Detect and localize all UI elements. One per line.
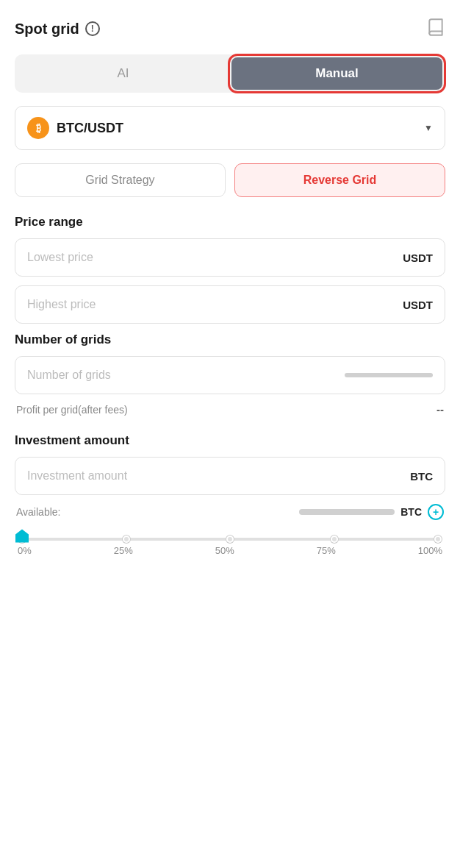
highest-price-input[interactable] [27, 298, 403, 311]
pct-label-50: 50% [215, 545, 234, 556]
pct-handle[interactable] [14, 527, 30, 547]
ai-button[interactable]: AI [18, 57, 229, 90]
profit-label: Profit per grid(after fees) [16, 404, 128, 416]
available-label: Available: [16, 506, 60, 518]
highest-price-unit: USDT [403, 299, 433, 311]
pct-label-100: 100% [418, 545, 442, 556]
investment-field[interactable]: BTC [15, 457, 445, 495]
available-right: BTC + [299, 504, 444, 520]
profit-value: -- [436, 403, 444, 416]
pct-labels: 0% 25% 50% 75% 100% [15, 545, 445, 556]
pct-label-75: 75% [317, 545, 336, 556]
investment-section: Investment amount BTC [15, 433, 445, 495]
grids-label: Number of grids [15, 332, 445, 347]
manual-button[interactable]: Manual [231, 57, 442, 90]
profit-row: Profit per grid(after fees) -- [15, 403, 445, 416]
grid-strategy-button[interactable]: Grid Strategy [15, 163, 226, 197]
investment-input[interactable] [27, 469, 410, 483]
add-funds-button[interactable]: + [428, 504, 444, 520]
grids-input-wrapper[interactable] [15, 356, 445, 394]
svg-marker-0 [15, 529, 29, 542]
lowest-price-input[interactable] [27, 251, 403, 264]
pct-track[interactable] [22, 538, 438, 541]
investment-label: Investment amount [15, 433, 445, 448]
price-range-section: Price range USDT USDT [15, 215, 445, 324]
highest-price-field[interactable]: USDT [15, 285, 445, 324]
pct-dot-75 [331, 536, 338, 543]
pair-label: BTC/USDT [57, 121, 123, 136]
header-left: Spot grid ! [15, 21, 100, 38]
available-bar [299, 509, 395, 515]
header: Spot grid ! [15, 18, 445, 40]
pair-selector[interactable]: ₿ BTC/USDT ▼ [15, 106, 445, 150]
available-unit: BTC [400, 506, 422, 518]
lowest-price-field[interactable]: USDT [15, 238, 445, 277]
strategy-row: Grid Strategy Reverse Grid [15, 163, 445, 197]
investment-unit: BTC [410, 470, 433, 483]
btc-logo: ₿ [27, 117, 49, 139]
lowest-price-unit: USDT [403, 252, 433, 264]
reverse-grid-button[interactable]: Reverse Grid [234, 163, 445, 197]
grids-slider-bar [345, 373, 433, 377]
pct-slider-section: 0% 25% 50% 75% 100% [15, 538, 445, 556]
pct-dot-25 [123, 536, 130, 543]
available-row: Available: BTC + [15, 504, 445, 520]
pct-dot-100 [434, 536, 442, 543]
chevron-down-icon: ▼ [424, 123, 433, 133]
info-icon[interactable]: ! [85, 21, 100, 36]
pct-dot-50 [226, 536, 234, 543]
page-title: Spot grid [15, 21, 79, 38]
book-icon[interactable] [426, 18, 445, 40]
price-range-label: Price range [15, 215, 445, 230]
pair-left: ₿ BTC/USDT [27, 117, 123, 139]
grids-section: Number of grids [15, 332, 445, 394]
grids-input[interactable] [27, 369, 337, 382]
pct-label-25: 25% [114, 545, 133, 556]
mode-toggle: AI Manual [15, 54, 445, 93]
